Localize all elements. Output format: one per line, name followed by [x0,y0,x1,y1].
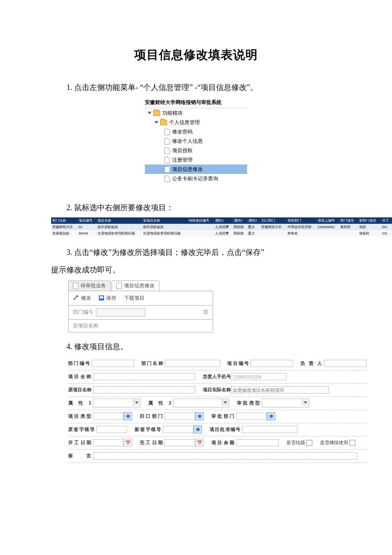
table-cell: 张跃 [358,224,380,230]
step-3-text-b: 提示修改成功即可。 [51,263,341,277]
table-header: 新项目名称 [142,217,187,224]
file-icon [164,166,170,173]
edit-form: 部门编号 部门名称 项目编号 负 责 人 项目全称 负责人手机号 原项目名称 项… [68,357,366,463]
orig-sign-field[interactable] [96,426,127,433]
orig-name-field[interactable] [93,386,195,393]
tree-item-selected[interactable]: 项目信息修改 [145,165,247,174]
table-cell: 90048 [77,230,96,237]
closed-checkbox[interactable] [306,440,312,446]
tree-item[interactable]: 修改个人信息 [145,136,247,146]
lbl-review-type: 审批类型 [237,400,262,406]
lbl-orig-name: 原项目名称 [68,387,93,393]
tree-item[interactable]: 修改密码 [145,127,247,136]
table-cell: 201 [380,224,392,230]
balance-field[interactable] [236,439,279,446]
table-cell: 人员经费 [214,224,232,230]
file-icon [116,283,122,289]
lbl-dept-name: 部门名称 [141,360,165,367]
file-icon [164,147,170,154]
lbl-new-sign: 新签字领导 [135,426,163,433]
folder-icon [153,110,160,116]
table-cell: 财务处 [286,230,316,237]
save-button[interactable]: 保存 [99,295,116,302]
lbl-attr1: 属 性 1 [68,400,93,406]
start-date-field[interactable] [93,439,124,446]
table-cell: 生源地贷款管理机制问题 [96,230,142,237]
owner-phone-field[interactable] [231,373,286,380]
file-icon [164,157,170,163]
table-header: 开工 [380,217,392,224]
table-cell: 安徽财经大学 [51,224,77,230]
calendar-icon[interactable]: 📅 [195,439,204,447]
proj-type-field[interactable] [93,413,124,420]
continue-checkbox[interactable] [349,440,355,446]
approval-no-field[interactable] [242,426,297,433]
tree-group[interactable]: 个人信息管理 [145,118,247,127]
calendar-icon[interactable]: 📅 [124,439,132,447]
owner-field[interactable] [324,360,366,367]
review-dept-field[interactable] [236,413,267,420]
lbl-balance: 项目余额 [211,439,236,446]
table-header: 审批人编号 [316,217,339,224]
proj-no-field[interactable] [251,360,293,367]
chevron-down-icon [302,399,308,406]
proj-full-field[interactable] [93,373,195,380]
table-cell: 助学贷款贴息 [96,224,142,230]
tree-item[interactable]: 项目授权 [145,146,247,155]
tree-item[interactable]: 注册管理 [145,155,247,165]
actual-name-field[interactable] [231,386,329,393]
lbl-start-date: 开工日期 [68,439,93,446]
tab-label: 待审批业务 [81,282,106,289]
lbl-closed: 是否结题 [286,439,305,446]
review-type-select[interactable] [262,399,309,408]
edit-button[interactable]: 修改 [73,295,91,302]
table-header: 属性2 [232,217,247,224]
page-title: 项目信息修改填表说明 [51,47,341,63]
download-button-label: 下载项目 [124,295,144,302]
attr2-select[interactable] [173,399,229,408]
lookup-button[interactable]: ⊕ [267,412,275,420]
menu-tree-screenshot: 安徽财经大学网络报销与审批系统 功能模块 个人信息管理 修改密码 修改个人信息 … [145,98,247,183]
lbl-remark: 留 言 [68,453,93,459]
lookup-button[interactable]: ⊕ [193,425,202,434]
table-row[interactable]: 发展规划处90048生源地贷款管理机制问题生源地贷款管理机制问题人员经费国家级重… [51,230,392,237]
tab-pending[interactable]: 待审批业务 [68,280,111,291]
orig-name-label: 原项目名称 [73,322,98,330]
new-sign-field[interactable] [163,426,193,433]
table-cell: 安徽财经大学 [260,224,286,230]
home-dept-field[interactable] [164,413,195,420]
lbl-attr2: 属 性 2 [148,400,173,406]
toolbar-screenshot: 待审批业务 项目信息修改 修改 保存 下载项目 部门编号 部 [68,280,213,332]
tree-item-label: 修改个人信息 [172,138,203,145]
tab-label: 项目信息修改 [124,282,155,289]
project-table: 部门名称项目编号项目名称新项目名称特殊项目编号属性1属性2属性3归口部门审批部门… [51,217,392,237]
save-icon [99,295,104,301]
dept-no-input[interactable] [96,308,145,317]
tree-root[interactable]: 功能模块 [145,108,247,118]
table-cell [187,224,214,230]
step-1-text: 1. 点击左侧功能菜单- “个人信息管理” -“项目信息修改”。 [51,80,341,95]
table-header: 新部门领导 [358,217,380,224]
tree-item[interactable]: 公务卡刷卡记录查询 [145,174,247,183]
dept-name-field[interactable] [165,360,220,367]
lbl-owner-phone: 负责人手机号 [203,373,231,380]
tab-edit-project[interactable]: 项目信息修改 [112,280,159,291]
file-icon [164,138,170,145]
edit-button-label: 修改 [81,295,91,302]
end-date-field[interactable] [164,439,195,446]
table-row[interactable]: 安徽财经大学02助学贷款贴息助学贷款贴息人员经费国家级重大安徽财经大学中国合作经… [51,224,392,230]
remark-field[interactable] [93,452,357,460]
table-cell [260,230,286,237]
file-icon [73,283,78,289]
download-button[interactable]: 下载项目 [124,295,144,302]
lookup-button[interactable]: ⊕ [124,412,132,420]
chevron-down-icon [154,121,159,124]
attr1-select[interactable] [93,399,141,408]
table-cell: 重大 [247,230,260,237]
dept-no-field[interactable] [92,360,134,367]
lbl-review-dept: 审批部门 [211,413,236,419]
lookup-button[interactable]: ⊕ [195,412,204,420]
table-cell: 国家级 [232,230,247,237]
lbl-owner: 负 责 人 [300,360,324,367]
tree-item-label: 项目信息修改 [172,166,203,173]
